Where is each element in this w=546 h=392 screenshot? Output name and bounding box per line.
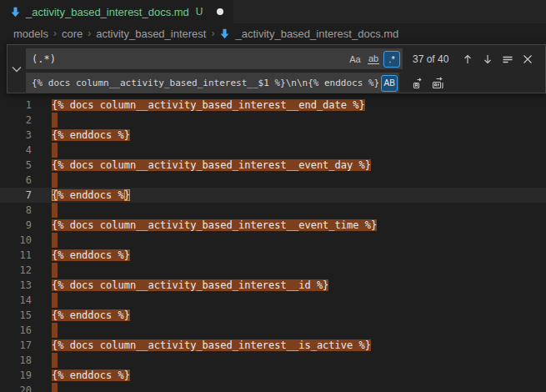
modified-dot-icon[interactable] <box>217 8 223 15</box>
code-line[interactable]: 2 <box>0 113 546 128</box>
match-newline-strip <box>52 263 58 278</box>
git-status-badge: U <box>196 6 203 18</box>
line-number: 16 <box>0 323 32 338</box>
breadcrumb-file[interactable]: _activity_based_interest_docs.md <box>235 28 398 40</box>
line-number: 5 <box>0 158 32 173</box>
breadcrumb-item-activity-based-interest[interactable]: activity_based_interest <box>96 28 206 40</box>
line-number: 7 <box>0 188 32 203</box>
preserve-case-toggle[interactable]: AB <box>381 75 398 92</box>
code-line[interactable]: 16 <box>0 323 546 338</box>
line-number: 8 <box>0 203 32 218</box>
find-match-highlight: {% enddocs %} <box>52 189 130 201</box>
replace-one-button[interactable] <box>409 74 428 93</box>
editor-tab[interactable]: _activity_based_interest_docs.md U <box>0 0 233 23</box>
line-number: 18 <box>0 353 32 368</box>
breadcrumb-item-models[interactable]: models <box>13 28 48 40</box>
line-number: 14 <box>0 293 32 308</box>
match-newline-strip <box>52 143 58 158</box>
match-newline-strip <box>52 383 58 392</box>
code-line[interactable]: 8 <box>0 203 546 218</box>
breadcrumb-item-core[interactable]: core <box>62 28 83 40</box>
find-match-highlight: {% docs column__activity_based_interest_… <box>52 279 328 291</box>
replace-input[interactable]: {% docs column__activity_based_interest_… <box>26 73 399 93</box>
line-number: 1 <box>0 98 32 113</box>
code-line[interactable]: 13{% docs column__activity_based_interes… <box>0 278 546 293</box>
find-match-highlight: {% docs column__activity_based_interest_… <box>52 339 371 351</box>
line-number: 9 <box>0 218 32 233</box>
toggle-replace-chevron[interactable] <box>8 45 26 93</box>
previous-match-button[interactable] <box>458 50 477 68</box>
code-line[interactable]: 20 <box>0 383 546 392</box>
find-input[interactable]: (.*) Aa ab .* <box>26 48 403 69</box>
breadcrumb-separator: › <box>211 28 214 39</box>
tab-bar: _activity_based_interest_docs.md U <box>0 0 546 23</box>
line-number: 10 <box>0 233 32 248</box>
find-match-highlight: {% enddocs %} <box>52 369 130 381</box>
breadcrumb: models › core › activity_based_interest … <box>0 23 546 43</box>
line-number: 11 <box>0 248 32 263</box>
next-match-button[interactable] <box>478 50 497 68</box>
code-line[interactable]: 4 <box>0 143 546 158</box>
line-number: 4 <box>0 143 32 158</box>
find-results-count: 37 of 40 <box>413 53 448 65</box>
line-number: 19 <box>0 368 32 383</box>
editor-pane: (.*) Aa ab .* 37 of 40 <box>0 43 546 392</box>
breadcrumb-separator: › <box>53 28 57 39</box>
find-value: (.*) <box>32 53 56 65</box>
match-newline-strip <box>52 233 58 248</box>
markdown-file-icon <box>219 28 230 39</box>
code-line[interactable]: 10 <box>0 233 546 248</box>
code-line[interactable]: 11{% enddocs %} <box>0 248 546 263</box>
match-newline-strip <box>52 323 58 338</box>
find-replace-widget: (.*) Aa ab .* 37 of 40 <box>7 44 546 93</box>
regex-toggle[interactable]: .* <box>383 51 400 68</box>
breadcrumb-separator: › <box>88 28 91 39</box>
match-newline-strip <box>52 353 58 368</box>
find-in-selection-icon[interactable] <box>498 50 517 68</box>
code-line[interactable]: 12 <box>0 263 546 278</box>
find-match-highlight: {% docs column__activity_based_interest_… <box>52 219 377 231</box>
code-line[interactable]: 17{% docs column__activity_based_interes… <box>0 338 546 353</box>
code-lines: 1{% docs column__activity_based_interest… <box>0 43 546 392</box>
match-newline-strip <box>52 113 58 128</box>
find-match-highlight: {% docs column__activity_based_interest_… <box>52 159 371 171</box>
find-match-highlight: {% enddocs %} <box>52 129 130 141</box>
markdown-file-icon <box>10 7 21 18</box>
line-number: 13 <box>0 278 32 293</box>
code-line[interactable]: 19{% enddocs %} <box>0 368 546 383</box>
line-number: 15 <box>0 308 32 323</box>
line-number: 20 <box>0 383 32 392</box>
line-number: 12 <box>0 263 32 278</box>
bracket-match: { <box>52 189 58 201</box>
code-line[interactable]: 7{% enddocs %} <box>0 188 546 203</box>
find-match-highlight: {% enddocs %} <box>52 309 130 321</box>
code-line[interactable]: 6 <box>0 173 546 188</box>
line-number: 6 <box>0 173 32 188</box>
whole-word-toggle[interactable]: ab <box>365 51 382 68</box>
line-number: 17 <box>0 338 32 353</box>
vscode-window: _activity_based_interest_docs.md U model… <box>0 0 546 392</box>
code-line[interactable]: 15{% enddocs %} <box>0 308 546 323</box>
code-line[interactable]: 5{% docs column__activity_based_interest… <box>0 158 546 173</box>
tab-filename: _activity_based_interest_docs.md <box>26 6 189 18</box>
bracket-match: } <box>124 189 130 201</box>
match-newline-strip <box>52 203 58 218</box>
code-line[interactable]: 9{% docs column__activity_based_interest… <box>0 218 546 233</box>
code-line[interactable]: 14 <box>0 293 546 308</box>
close-find-widget-icon[interactable] <box>518 50 537 68</box>
match-newline-strip <box>52 293 58 308</box>
match-newline-strip <box>52 173 58 188</box>
find-match-highlight: {% docs column__activity_based_interest_… <box>52 99 365 111</box>
find-match-highlight: {% enddocs %} <box>52 249 130 261</box>
code-line[interactable]: 18 <box>0 353 546 368</box>
replace-value: {% docs column__activity_based_interest_… <box>32 78 379 88</box>
line-number: 2 <box>0 113 32 128</box>
line-number: 3 <box>0 128 32 143</box>
code-line[interactable]: 1{% docs column__activity_based_interest… <box>0 98 546 113</box>
match-case-toggle[interactable]: Aa <box>347 51 363 68</box>
code-line[interactable]: 3{% enddocs %} <box>0 128 546 143</box>
replace-all-button[interactable] <box>429 74 448 93</box>
